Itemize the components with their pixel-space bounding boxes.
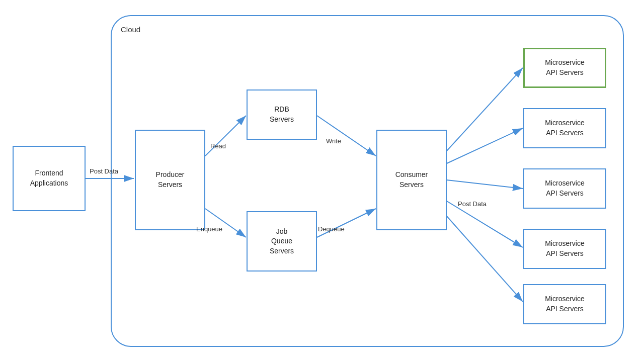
box-micro4: Microservice API Servers <box>523 229 606 269</box>
box-consumer: Consumer Servers <box>376 130 447 230</box>
box-micro3: Microservice API Servers <box>523 168 606 209</box>
diagram-container: Cloud Frontend Applications Producer Ser… <box>0 0 644 362</box>
cloud-label: Cloud <box>121 25 140 34</box>
box-rdb-label: RDB Servers <box>270 105 294 124</box>
box-frontend-label: Frontend Applications <box>30 168 68 188</box>
box-rdb: RDB Servers <box>247 89 317 140</box>
box-consumer-label: Consumer Servers <box>395 170 428 190</box>
box-micro2-label: Microservice API Servers <box>545 118 585 138</box>
box-micro2: Microservice API Servers <box>523 108 606 148</box>
box-micro5-label: Microservice API Servers <box>545 294 585 314</box>
box-micro4-label: Microservice API Servers <box>545 239 585 258</box>
box-producer-label: Producer Servers <box>156 170 185 190</box>
box-frontend: Frontend Applications <box>13 146 86 211</box>
box-jobqueue: Job Queue Servers <box>247 211 317 272</box>
box-micro1: Microservice API Servers <box>523 48 606 88</box>
box-micro5: Microservice API Servers <box>523 284 606 324</box>
box-micro3-label: Microservice API Servers <box>545 178 585 198</box>
box-jobqueue-label: Job Queue Servers <box>270 227 294 256</box>
box-producer: Producer Servers <box>135 130 205 230</box>
box-micro1-label: Microservice API Servers <box>545 58 585 77</box>
